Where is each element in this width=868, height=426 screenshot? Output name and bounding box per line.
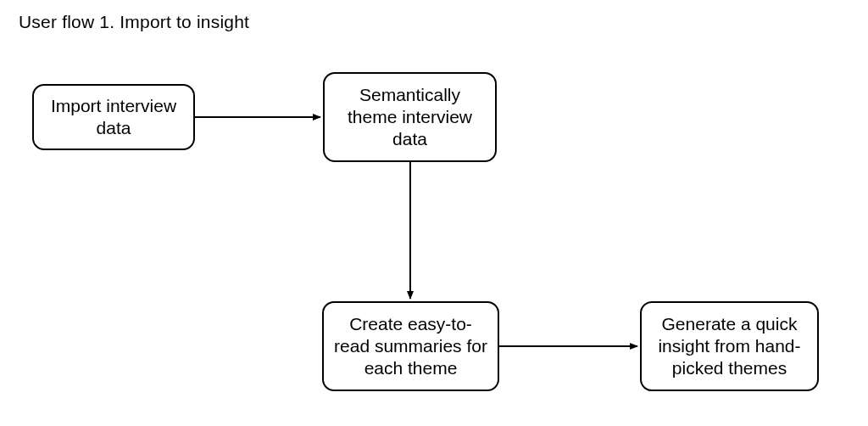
flow-node-label: Import interview data xyxy=(42,95,185,140)
flow-node-label: Semantically theme interview data xyxy=(333,84,487,151)
flow-node-label: Create easy-to-read summaries for each t… xyxy=(332,313,489,380)
flow-node-summaries: Create easy-to-read summaries for each t… xyxy=(322,301,499,391)
diagram-canvas: User flow 1. Import to insight Import in… xyxy=(0,0,868,426)
flow-node-theme: Semantically theme interview data xyxy=(323,72,497,162)
flow-node-import: Import interview data xyxy=(32,84,195,150)
flow-node-insight: Generate a quick insight from hand-picke… xyxy=(640,301,819,391)
diagram-title: User flow 1. Import to insight xyxy=(19,12,249,32)
flow-node-label: Generate a quick insight from hand-picke… xyxy=(650,313,809,380)
